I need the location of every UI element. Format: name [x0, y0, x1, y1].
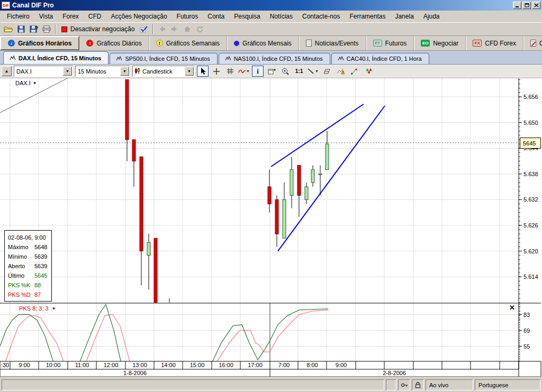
chevron-down-icon[interactable]: ▼: [120, 67, 129, 76]
save-button[interactable]: [15, 23, 28, 35]
chevron-down-icon: ▼: [33, 81, 37, 86]
alerts-button[interactable]: !: [335, 66, 346, 77]
grid-toggle-button[interactable]: [224, 66, 236, 77]
svg-text:?: ?: [35, 25, 38, 31]
section-tab[interactable]: i Gráficos Horários: [0, 36, 79, 50]
section-tab[interactable]: Conta: [523, 36, 542, 50]
chart-region: 5.6565.6505.6445.6385.6325.6265.6205.614…: [0, 78, 542, 377]
chart-type-dropdown[interactable]: Candlestick ▼: [132, 66, 195, 77]
chevron-down-icon[interactable]: ▼: [246, 69, 250, 73]
section-tab-label: Futuros: [385, 40, 407, 47]
candle-body: [125, 80, 129, 140]
menu-item[interactable]: Ferramentas: [345, 12, 390, 21]
menu-item[interactable]: Acções Negociação: [106, 12, 172, 21]
line-draw-button[interactable]: ▼: [307, 66, 319, 77]
time-axis-label: 7:00: [278, 362, 290, 368]
section-tab[interactable]: EO Negociar: [414, 36, 466, 50]
close-indicator-button[interactable]: ✕: [508, 304, 516, 312]
status-spacer-panel: [386, 379, 396, 390]
stochastic-label-dropdown[interactable]: PKS 8; 3; 3 ▼: [19, 305, 56, 312]
menu-item[interactable]: Conta: [203, 12, 229, 21]
menu-item[interactable]: Futuros: [172, 12, 203, 21]
chevron-down-icon[interactable]: ▼: [315, 69, 319, 73]
minimize-button[interactable]: [513, 2, 521, 9]
section-tab-label: Noticias/Events: [315, 40, 359, 47]
price-axis-label: 5.638: [523, 171, 538, 177]
time-axis-label: 12:00: [104, 362, 119, 368]
add-window-button[interactable]: [266, 66, 277, 77]
chevron-down-icon[interactable]: ▼: [185, 67, 194, 76]
info-title: 02-08-06, 9:00: [8, 233, 51, 242]
ratio-1-1-button[interactable]: 1:1: [293, 66, 305, 77]
back-button[interactable]: [156, 23, 168, 35]
section-tab[interactable]: ! Gráficos Diários: [79, 36, 149, 50]
doc-edit-icon: [530, 40, 536, 47]
menu-item[interactable]: Pesquisa: [229, 12, 265, 21]
open-file-button[interactable]: [2, 23, 15, 35]
chart-tab[interactable]: DAX.I, Índice CFD, 15 Minutos: [3, 51, 109, 64]
home-button[interactable]: [181, 23, 194, 35]
menu-item[interactable]: Vista: [34, 12, 58, 21]
refresh-button[interactable]: [194, 23, 206, 35]
time-axis-label: 9:00: [336, 362, 347, 368]
symbol-dropdown[interactable]: DAX.I ▼: [14, 66, 73, 77]
fx-icon: FX: [473, 40, 482, 47]
crosshair-tool-button[interactable]: [211, 66, 222, 77]
price-axis-label: 5.632: [523, 196, 538, 203]
time-axis-label: 14:00: [161, 362, 176, 368]
info-row-pks-d: PKS %D87: [8, 290, 51, 299]
forward-button[interactable]: [168, 23, 181, 35]
section-tab[interactable]: FT Futuros: [366, 36, 414, 50]
chart-wave-icon: [116, 56, 122, 61]
chart-wave-icon: [338, 56, 344, 61]
chevron-down-icon[interactable]: ▼: [63, 67, 72, 76]
collapse-panel-button[interactable]: ▲: [2, 66, 12, 76]
chart-tab[interactable]: NAS100.I, Índice CFD, 15 Minutos: [219, 53, 330, 64]
maximize-button[interactable]: [522, 2, 531, 9]
zoom-tool-button[interactable]: [279, 66, 291, 77]
section-tab-label: Gráficos Diários: [96, 40, 141, 47]
info-blue-icon: i: [8, 40, 15, 47]
section-tab[interactable]: Gráficos Mensais: [227, 36, 299, 50]
section-tab[interactable]: Noticias/Events: [299, 36, 366, 50]
menu-item[interactable]: CFD: [84, 12, 106, 21]
info-row-minimo: Mínimo5639: [8, 252, 51, 261]
chart-tab[interactable]: CAC40.I, Índice CFD, 1 Hora: [331, 53, 429, 64]
alert-red-icon: !: [86, 40, 93, 47]
time-axis-label: 8:00: [306, 362, 318, 368]
print-button[interactable]: [40, 23, 53, 35]
menu-item[interactable]: Janela: [390, 12, 418, 21]
menu-item[interactable]: Forex: [58, 12, 84, 21]
scale-arrows-button[interactable]: [348, 66, 360, 77]
candle-body: [268, 187, 271, 204]
candle-body: [297, 166, 301, 196]
sort-arrows-button[interactable]: [362, 66, 374, 77]
section-tab[interactable]: FX CFD Forex: [466, 36, 523, 50]
menu-item[interactable]: Ajuda: [419, 12, 445, 21]
section-tab[interactable]: ! Gráficos Semanais: [149, 36, 227, 50]
menu-item[interactable]: Notícias: [265, 12, 297, 21]
chart-legend-dropdown[interactable]: DAX.I ▼: [15, 80, 37, 86]
chart-tab[interactable]: SP500.I, Índice CFD, 15 Minutos: [110, 53, 217, 64]
date-axis-label: 2-8-2006: [383, 370, 406, 376]
confirm-check-button[interactable]: [138, 23, 150, 35]
pointer-tool-button[interactable]: [197, 66, 209, 77]
price-axis-label: 5.656: [523, 94, 538, 100]
stochastic-name: PKS 8; 3; 3: [19, 305, 49, 312]
candle-body: [290, 170, 293, 196]
eraser-button[interactable]: [321, 66, 332, 77]
time-axis-label: 10:00: [46, 362, 61, 368]
candle-body: [140, 157, 143, 251]
chart-canvas[interactable]: 5.6565.6505.6445.6385.6325.6265.6205.614…: [0, 78, 542, 377]
chart-tab-label: CAC40.I, Índice CFD, 1 Hora: [347, 56, 422, 62]
info-tool-button[interactable]: i: [252, 66, 264, 77]
menu-item[interactable]: Ficheiro: [2, 12, 34, 21]
save-as-button[interactable]: ?: [28, 23, 40, 35]
interval-dropdown[interactable]: 15 Minutos ▼: [75, 66, 130, 77]
disable-trading-button[interactable]: Desactivar negociação: [58, 25, 138, 33]
menu-item[interactable]: Contacte-nos: [297, 12, 345, 21]
chart-wave-icon: [225, 56, 231, 61]
close-button[interactable]: [532, 2, 540, 9]
alert-yellow-icon: !: [156, 40, 163, 47]
indicator-wave-button[interactable]: ▼: [238, 66, 250, 77]
